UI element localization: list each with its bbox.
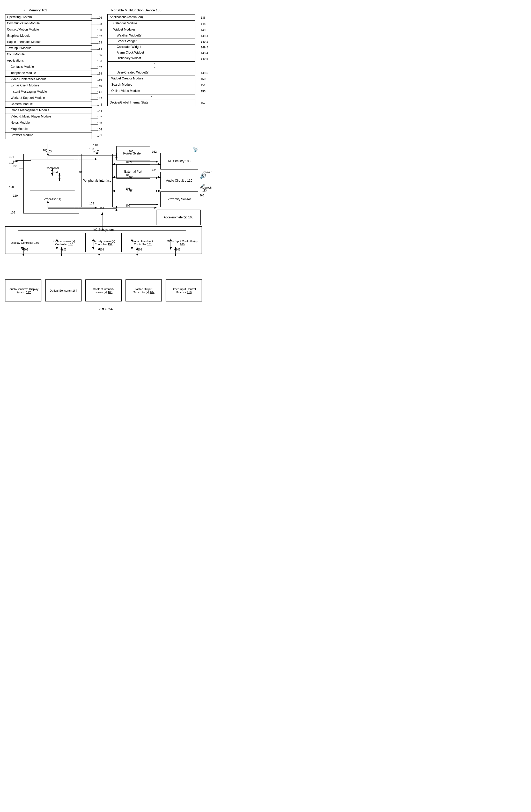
svg-marker-57 bbox=[156, 190, 158, 192]
optical-sensor-controller-box: Optical sensor(s) Controller 158 bbox=[46, 233, 82, 252]
external-port-box: External Port bbox=[116, 164, 150, 178]
app-row-map: Map Module 154 bbox=[5, 126, 91, 132]
device-row-online-video: Online Video Module 155 bbox=[107, 88, 195, 95]
svg-marker-52 bbox=[129, 161, 131, 163]
memory-row-applications: Applications 136 bbox=[5, 58, 91, 64]
app-row-notes: Notes Module 153 bbox=[5, 120, 91, 126]
svg-marker-79 bbox=[113, 190, 115, 192]
memory-row-graphics: Graphics Module 132 bbox=[5, 33, 91, 39]
proximity-sensor-box: Proximity Sensor bbox=[160, 191, 198, 207]
app-row-browser: Browser Module 147 bbox=[5, 132, 91, 139]
device-row-ellipsis2: • bbox=[107, 95, 195, 100]
widget-row-ellipsis: • • bbox=[107, 62, 195, 70]
peripherals-ref-118: 118 bbox=[93, 144, 98, 147]
io-label: I/O Subsystem bbox=[7, 228, 200, 232]
bus-ref-103-right2: ↙103 bbox=[127, 189, 133, 192]
memory-row-gps: GPS Module 135 bbox=[5, 52, 91, 58]
memory-row-contact: Contact/Motion Module 130 bbox=[5, 27, 91, 33]
svg-marker-106 bbox=[98, 253, 100, 256]
svg-text:103: 103 bbox=[126, 204, 130, 207]
device-row-widget-creator: Widget Creator Module 150 bbox=[107, 76, 195, 82]
touch-display-box: Touch-Sensitive Display System 112 bbox=[5, 279, 41, 302]
svg-marker-83 bbox=[95, 207, 97, 209]
device-row-widgets: Widget Modules 149 bbox=[107, 27, 195, 33]
io-devices-row: Touch-Sensitive Display System 112 Optic… bbox=[5, 279, 202, 302]
peripherals-interface-box: Peripherals Interface bbox=[82, 154, 113, 207]
device-box: Applications (continued) 136 Calendar Mo… bbox=[107, 14, 196, 106]
device-row-apps-cont: Applications (continued) 136 bbox=[107, 14, 195, 21]
widget-row-alarm: Alarm Clock Widget 149-4 bbox=[107, 50, 195, 56]
power-system-box: Power System bbox=[116, 146, 150, 160]
svg-marker-70 bbox=[158, 163, 160, 165]
svg-marker-98 bbox=[22, 253, 24, 256]
io-controllers-row: Display Controller 156 Optical sensor(s)… bbox=[7, 233, 200, 252]
svg-marker-74 bbox=[158, 176, 160, 178]
widget-row-stocks: Stocks Widget 149-2 bbox=[107, 39, 195, 44]
ref-106: 106 bbox=[10, 211, 15, 214]
svg-marker-75 bbox=[113, 176, 115, 178]
svg-marker-71 bbox=[113, 163, 115, 165]
svg-marker-87 bbox=[155, 207, 157, 209]
ref-104: 104 bbox=[9, 155, 14, 158]
app-row-telephone: Telephone Module 138 bbox=[5, 70, 91, 76]
widget-row-weather: Weather Widget(s) 149-1 bbox=[107, 33, 195, 39]
external-port-ref: 124 bbox=[152, 168, 157, 171]
app-row-camera: Camera Module 143 bbox=[5, 101, 91, 108]
memory-box: Operating System 126 Communication Modul… bbox=[5, 14, 92, 139]
optical-sensors-box: Optical Sensor(s) 164 bbox=[45, 279, 82, 302]
svg-marker-114 bbox=[174, 253, 176, 256]
speaker-label: Speaker111 bbox=[202, 171, 212, 176]
app-row-videoconf: Video Conference Module 139 bbox=[5, 76, 91, 83]
svg-marker-49 bbox=[101, 212, 103, 215]
display-controller-box: Display Controller 156 bbox=[7, 233, 43, 252]
app-row-im: Instant Messaging Module 141 bbox=[5, 89, 91, 95]
app-row-contacts: Contacts Module 137 bbox=[5, 64, 91, 70]
microphone-label: Microphone113 bbox=[202, 186, 212, 192]
bus-ref-103-top: ↙103 bbox=[45, 150, 52, 153]
svg-marker-110 bbox=[136, 253, 138, 256]
svg-marker-54 bbox=[156, 177, 158, 179]
tactile-output-box: Tactile Output Generator(s) 167 bbox=[126, 279, 162, 302]
widget-row-dictionary: Dictionary Widget 149-5 bbox=[107, 56, 195, 62]
svg-marker-78 bbox=[158, 190, 160, 192]
svg-marker-30 bbox=[115, 206, 117, 208]
svg-marker-60 bbox=[156, 203, 158, 205]
diagram-container: Memory 102 ↙ Operating System 126 Commun… bbox=[5, 5, 207, 316]
controller-ref: 122 bbox=[13, 159, 18, 162]
other-input-devices-box: Other Input Control Devices 116 bbox=[166, 279, 202, 302]
bus-ref-103-right: ↙103 bbox=[127, 176, 133, 179]
memory-row-os: Operating System 126 bbox=[5, 14, 91, 21]
widget-row-calculator: Calculator Widget 149-3 bbox=[107, 44, 195, 50]
device-row-search: Search Module 151 bbox=[107, 82, 195, 88]
app-row-email: E-mail Client Module 140 bbox=[5, 83, 91, 89]
rf-circuitry-box: RF Circuitry 108 bbox=[160, 153, 198, 170]
svg-marker-102 bbox=[60, 253, 63, 256]
memory-row-text: Text Input Module 134 bbox=[5, 45, 91, 52]
svg-text:120: 120 bbox=[9, 186, 14, 189]
device-label: Portable Multifunction Device 100 bbox=[111, 8, 161, 12]
svg-text:104: 104 bbox=[13, 164, 18, 168]
bus-ref-103-top2: ↙103 bbox=[93, 150, 100, 153]
controller-processor-container bbox=[23, 154, 79, 214]
accelerometer-box: Accelerometer(s) 168 bbox=[157, 209, 201, 225]
io-subsystem-box: I/O Subsystem Display Controller 156 Opt… bbox=[5, 227, 202, 254]
power-ref: 162 bbox=[152, 150, 157, 153]
bus-ref-103-mid: 103 bbox=[79, 171, 83, 174]
device-row-global-state: Device/Global Internal State 157 bbox=[107, 100, 195, 106]
memory-label: Memory 102 bbox=[28, 8, 47, 12]
device-row-calendar: Calendar Module 148 bbox=[107, 21, 195, 27]
svg-text:103: 103 bbox=[126, 160, 130, 163]
bus-ref-103-top3: ↙103 bbox=[127, 150, 133, 153]
bus-ref-103-bot: ↑103 bbox=[98, 207, 104, 210]
app-row-video: Video & Music Player Module 152 bbox=[5, 114, 91, 120]
widget-row-user-created: User-Created Widget(s) 149-6 bbox=[107, 70, 195, 76]
other-input-controller-box: Other Input Controller(s) 160 bbox=[164, 233, 200, 252]
memory-arrow: ↙ bbox=[23, 8, 26, 12]
svg-marker-31 bbox=[115, 208, 117, 211]
fig-label: FIG. 1A bbox=[99, 307, 113, 311]
intensity-sensor-controller-box: Intensity sensor(s) Controller 159 bbox=[85, 233, 121, 252]
memory-row-haptic: Haptic Feedback Module 133 bbox=[5, 39, 91, 45]
audio-circuitry-box: Audio Circuitry 110 bbox=[160, 172, 198, 189]
antenna-icon: 📡 bbox=[193, 147, 199, 153]
svg-marker-51 bbox=[156, 161, 158, 163]
